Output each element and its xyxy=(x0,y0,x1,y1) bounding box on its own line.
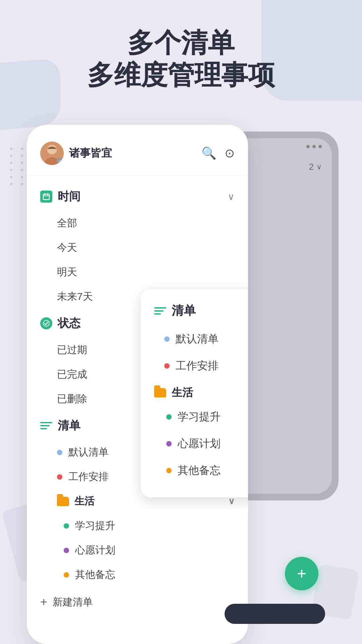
item-label: 心愿计划 xyxy=(75,543,115,557)
item-label: 学习提升 xyxy=(75,519,115,533)
header-section: 多个清单 多维度管理事项 xyxy=(0,0,362,111)
avatar-badge: ✓ xyxy=(56,158,63,164)
item-label: 其他备忘 xyxy=(75,568,115,582)
section-status-left: 状态 xyxy=(40,316,80,331)
time-icon xyxy=(40,191,52,203)
phone-main: ✓ 诸事皆宜 🔍 ⊙ xyxy=(27,125,248,644)
popup-header[interactable]: 清单 ∨ xyxy=(141,299,248,326)
dot-orange xyxy=(166,468,172,473)
phone-header: ✓ 诸事皆宜 🔍 ⊙ xyxy=(27,142,248,175)
fab-add-button[interactable]: + xyxy=(285,557,318,590)
popup-folder-item[interactable]: 生活 ∨ xyxy=(141,379,248,404)
dot-blue xyxy=(57,450,62,455)
dot-red xyxy=(164,363,170,369)
list-item[interactable]: 其他备忘 xyxy=(27,562,248,587)
popup-list-icon xyxy=(154,307,166,315)
plus-icon: + xyxy=(297,566,306,582)
popup-header-left: 清单 xyxy=(154,303,196,319)
item-label: 其他备忘 xyxy=(178,463,221,478)
item-label: 工作安排 xyxy=(68,470,109,484)
folder-icon xyxy=(57,497,69,506)
settings-icon[interactable]: ⊙ xyxy=(225,146,235,160)
list-item[interactable]: 全部 xyxy=(27,211,248,235)
item-label: 学习提升 xyxy=(178,410,221,424)
list-icon xyxy=(40,422,52,430)
status-icon xyxy=(40,317,52,329)
folder-icon xyxy=(154,388,166,397)
dot-blue xyxy=(164,336,170,342)
section-status-title: 状态 xyxy=(58,316,80,331)
list-item[interactable]: 心愿计划 xyxy=(27,538,248,562)
section-list-left: 清单 xyxy=(40,418,80,433)
popup-list-item[interactable]: 其他备忘 xyxy=(141,457,248,484)
section-time-header[interactable]: 时间 ∨ xyxy=(27,182,248,211)
new-list-plus-icon: + xyxy=(40,595,47,609)
dot-red xyxy=(57,474,62,480)
svg-point-3 xyxy=(47,145,57,154)
popup-list-item[interactable]: 工作安排 xyxy=(141,353,248,379)
phone-bottom-bar xyxy=(225,604,325,624)
popup-list-item[interactable]: 学习提升 xyxy=(141,404,248,430)
popup-list-item[interactable]: 默认清单 xyxy=(141,326,248,353)
item-label: 默认清单 xyxy=(68,445,109,459)
popup-panel: 清单 ∨ 默认清单 工作安排 生活 ∨ 学习提升 xyxy=(141,289,248,497)
dot-purple xyxy=(166,441,172,446)
popup-list-item[interactable]: 心愿计划 xyxy=(141,430,248,457)
list-item[interactable]: 学习提升 xyxy=(27,514,248,538)
svg-point-8 xyxy=(43,320,49,326)
phone-bg-dots xyxy=(306,145,322,148)
time-chevron: ∨ xyxy=(228,191,235,202)
dot-green xyxy=(64,523,69,529)
dot-purple xyxy=(64,548,69,553)
new-list-label: 新建清单 xyxy=(53,595,93,609)
folder-label: 生活 xyxy=(74,494,95,508)
dot-green xyxy=(166,414,172,420)
header-title-line1: 多个清单 xyxy=(27,27,335,59)
popup-section-title: 清单 xyxy=(172,303,196,319)
item-label: 心愿计划 xyxy=(178,436,221,451)
dot-orange xyxy=(64,572,69,578)
avatar: ✓ xyxy=(40,142,64,165)
section-time-title: 时间 xyxy=(58,189,80,204)
search-icon[interactable]: 🔍 xyxy=(201,146,217,160)
item-label: 工作安排 xyxy=(176,359,219,373)
header-icons: 🔍 ⊙ xyxy=(201,146,235,160)
new-list-button[interactable]: + 新建清单 xyxy=(27,587,248,617)
header-title-line2: 多维度管理事项 xyxy=(27,59,335,91)
svg-rect-4 xyxy=(43,194,49,200)
phone-bg-badge: 2 ∨ xyxy=(309,162,322,172)
phone-area: 2 ∨ + xyxy=(27,125,335,644)
folder-label: 生活 xyxy=(172,385,193,400)
list-item[interactable]: 明天 xyxy=(27,260,248,284)
section-time-left: 时间 xyxy=(40,189,80,204)
user-info: ✓ 诸事皆宜 xyxy=(40,142,112,165)
username: 诸事皆宜 xyxy=(69,146,112,161)
list-item[interactable]: 今天 xyxy=(27,235,248,260)
item-label: 默认清单 xyxy=(176,332,219,346)
section-list-title: 清单 xyxy=(58,418,80,433)
folder-chevron: ∨ xyxy=(228,496,235,506)
